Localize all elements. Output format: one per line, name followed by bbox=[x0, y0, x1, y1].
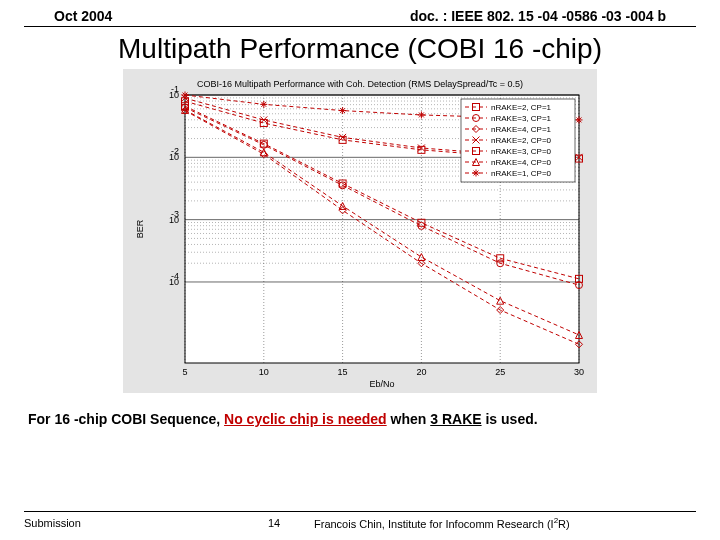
svg-text:nRAKE=1, CP=0: nRAKE=1, CP=0 bbox=[491, 169, 552, 178]
svg-text:COBI-16 Multipath Performance : COBI-16 Multipath Performance with Coh. … bbox=[197, 79, 523, 89]
caption-suffix: is used. bbox=[482, 411, 538, 427]
footer-affiliation: Francois Chin, Institute for Infocomm Re… bbox=[314, 516, 696, 530]
header-date: Oct 2004 bbox=[54, 8, 112, 24]
chart-container: COBI-16 Multipath Performance with Coh. … bbox=[0, 69, 720, 393]
slide-header: Oct 2004 doc. : IEEE 802. 15 -04 -0586 -… bbox=[24, 0, 696, 27]
svg-text:nRAKE=3, CP=0: nRAKE=3, CP=0 bbox=[491, 147, 552, 156]
svg-text:15: 15 bbox=[338, 367, 348, 377]
header-doc: doc. : IEEE 802. 15 -04 -0586 -03 -004 b bbox=[410, 8, 666, 24]
svg-text:nRAKE=3, CP=1: nRAKE=3, CP=1 bbox=[491, 114, 552, 123]
svg-text:-1: -1 bbox=[171, 84, 179, 94]
svg-text:Eb/No: Eb/No bbox=[369, 379, 394, 389]
svg-text:-3: -3 bbox=[171, 209, 179, 219]
caption-underline: 3 RAKE bbox=[430, 411, 481, 427]
svg-text:nRAKE=4, CP=1: nRAKE=4, CP=1 bbox=[491, 125, 552, 134]
svg-text:-4: -4 bbox=[171, 271, 179, 281]
svg-text:nRAKE=2, CP=1: nRAKE=2, CP=1 bbox=[491, 103, 552, 112]
ber-chart: COBI-16 Multipath Performance with Coh. … bbox=[129, 75, 591, 391]
caption-mid: when bbox=[387, 411, 431, 427]
page-title: Multipath Performance (COBI 16 -chip) bbox=[0, 33, 720, 65]
svg-text:20: 20 bbox=[416, 367, 426, 377]
caption-highlight: No cyclic chip is needed bbox=[224, 411, 387, 427]
svg-text:-2: -2 bbox=[171, 146, 179, 156]
footer-submission: Submission bbox=[24, 517, 234, 529]
caption: For 16 -chip COBI Sequence, No cyclic ch… bbox=[28, 411, 692, 427]
svg-text:BER: BER bbox=[135, 219, 145, 238]
svg-text:10: 10 bbox=[259, 367, 269, 377]
svg-text:30: 30 bbox=[574, 367, 584, 377]
svg-text:nRAKE=2, CP=0: nRAKE=2, CP=0 bbox=[491, 136, 552, 145]
svg-text:5: 5 bbox=[182, 367, 187, 377]
svg-text:25: 25 bbox=[495, 367, 505, 377]
slide-footer: Submission 14 Francois Chin, Institute f… bbox=[24, 511, 696, 530]
svg-text:nRAKE=4, CP=0: nRAKE=4, CP=0 bbox=[491, 158, 552, 167]
caption-prefix: For 16 -chip COBI Sequence, bbox=[28, 411, 224, 427]
footer-page: 14 bbox=[234, 517, 314, 529]
